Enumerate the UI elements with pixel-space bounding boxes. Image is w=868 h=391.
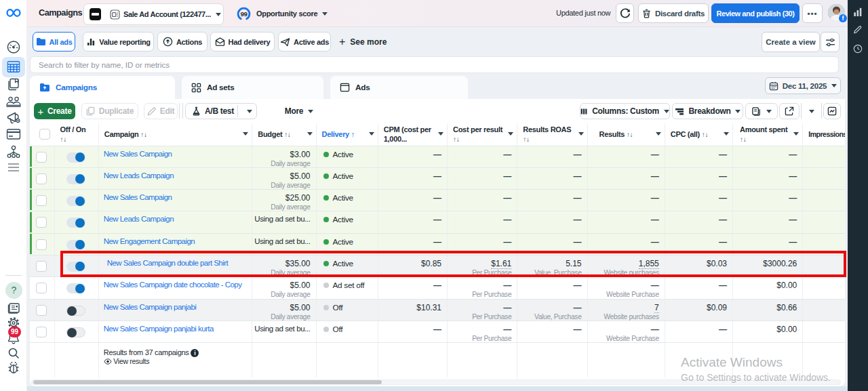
- svg-text:99: 99: [241, 9, 248, 17]
